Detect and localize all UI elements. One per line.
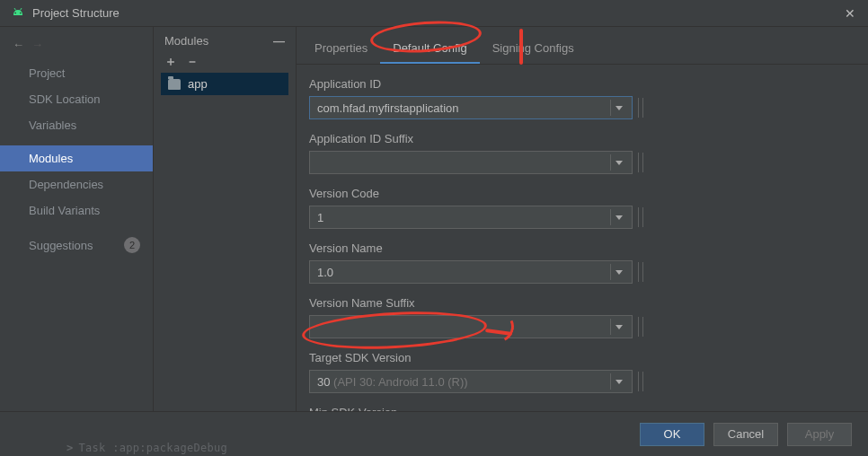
input-value: com.hfad.myfirstapplication xyxy=(317,101,605,115)
input-value: 1 xyxy=(317,211,605,224)
window-title: Project Structure xyxy=(32,6,843,20)
extra-handle[interactable] xyxy=(638,98,643,118)
sidebar-item-project[interactable]: Project xyxy=(0,60,153,86)
content-panel: Properties Default Config Signing Config… xyxy=(297,27,868,411)
remove-module-icon[interactable]: － xyxy=(186,55,199,67)
collapse-icon[interactable]: — xyxy=(273,34,285,48)
extra-handle[interactable] xyxy=(638,317,643,337)
field-label: Version Name Suffix xyxy=(309,296,855,310)
chevron-down-icon[interactable] xyxy=(610,319,626,335)
apply-button[interactable]: Apply xyxy=(787,423,852,446)
title-bar: Project Structure ✕ xyxy=(0,0,868,27)
extra-handle[interactable] xyxy=(638,262,643,282)
module-label: app xyxy=(188,77,208,91)
sidebar-item-dependencies[interactable]: Dependencies xyxy=(0,171,153,197)
input-value: 1.0 xyxy=(317,266,605,279)
field-version-name-suffix: Version Name Suffix xyxy=(309,296,855,338)
nav-arrows: ← → xyxy=(0,34,153,60)
svg-point-1 xyxy=(20,12,22,13)
background-task-output: >Task :app:packageDebug xyxy=(66,442,227,454)
modules-header-label: Modules xyxy=(164,34,208,48)
extra-handle[interactable] xyxy=(638,372,643,391)
tab-signing-configs[interactable]: Signing Configs xyxy=(480,34,587,64)
field-target-sdk: Target SDK Version 30 (API 30: Android 1… xyxy=(309,351,855,393)
folder-icon xyxy=(168,79,181,90)
field-label: Version Name xyxy=(309,241,855,255)
field-min-sdk: Min SDK Version 19 xyxy=(309,406,855,411)
input-value: 30 (API 30: Android 11.0 (R)) xyxy=(317,375,605,389)
application-id-input[interactable]: com.hfad.myfirstapplication xyxy=(309,96,633,119)
chevron-down-icon[interactable] xyxy=(610,154,626,171)
sidebar-item-label: Dependencies xyxy=(29,178,103,191)
sidebar-item-label: Project xyxy=(29,66,65,80)
tab-default-config[interactable]: Default Config xyxy=(380,34,479,64)
field-version-code: Version Code 1 xyxy=(309,187,855,229)
field-label: Target SDK Version xyxy=(309,351,855,364)
add-module-icon[interactable]: ＋ xyxy=(164,55,177,67)
application-id-suffix-input[interactable] xyxy=(309,151,633,174)
suggestions-badge: 2 xyxy=(124,237,140,253)
chevron-down-icon[interactable] xyxy=(610,100,626,116)
tab-label: Properties xyxy=(314,41,368,55)
version-name-suffix-input[interactable] xyxy=(309,315,633,338)
sidebar-item-build-variants[interactable]: Build Variants xyxy=(0,197,153,224)
nav-back-icon[interactable]: ← xyxy=(13,38,24,51)
extra-handle[interactable] xyxy=(638,153,643,172)
field-version-name: Version Name 1.0 xyxy=(309,241,855,284)
sidebar-item-label: SDK Location xyxy=(29,92,101,106)
extra-handle[interactable] xyxy=(638,207,643,227)
field-label: Min SDK Version xyxy=(309,406,855,411)
sidebar-item-label: Variables xyxy=(29,118,76,132)
nav-forward-icon[interactable]: → xyxy=(31,38,43,51)
sidebar-item-variables[interactable]: Variables xyxy=(0,112,153,138)
sidebar-item-modules[interactable]: Modules xyxy=(0,145,153,171)
chevron-down-icon[interactable] xyxy=(610,209,626,225)
close-icon[interactable]: ✕ xyxy=(843,6,857,21)
module-row-app[interactable]: app xyxy=(161,73,288,95)
left-sidebar: ← → Project SDK Location Variables Modul… xyxy=(0,27,153,411)
sidebar-item-label: Suggestions xyxy=(29,239,93,252)
field-label: Application ID xyxy=(309,77,855,91)
svg-point-0 xyxy=(14,12,16,13)
version-name-input[interactable]: 1.0 xyxy=(309,260,633,284)
form-area: Application ID com.hfad.myfirstapplicati… xyxy=(297,65,868,411)
main-area: ← → Project SDK Location Variables Modul… xyxy=(0,27,868,411)
tab-label: Signing Configs xyxy=(492,41,574,55)
version-code-input[interactable]: 1 xyxy=(309,206,633,229)
chevron-down-icon[interactable] xyxy=(610,264,626,280)
chevron-down-icon[interactable] xyxy=(610,373,626,390)
field-label: Application ID Suffix xyxy=(309,132,855,145)
sidebar-item-suggestions[interactable]: Suggestions 2 xyxy=(0,231,153,259)
sidebar-item-label: Build Variants xyxy=(29,204,100,217)
field-application-id: Application ID com.hfad.myfirstapplicati… xyxy=(309,77,855,119)
tab-label: Default Config xyxy=(393,41,466,55)
tab-bar: Properties Default Config Signing Config… xyxy=(297,27,868,65)
svg-line-3 xyxy=(21,8,22,11)
modules-tools: ＋ － xyxy=(161,53,288,73)
modules-panel: Modules — ＋ － app xyxy=(153,27,297,411)
android-icon xyxy=(11,6,25,21)
modules-header: Modules — xyxy=(161,34,288,53)
field-application-id-suffix: Application ID Suffix xyxy=(309,132,855,174)
cancel-button[interactable]: Cancel xyxy=(713,423,778,446)
target-sdk-input[interactable]: 30 (API 30: Android 11.0 (R)) xyxy=(309,370,633,393)
field-label: Version Code xyxy=(309,187,855,200)
svg-line-2 xyxy=(14,8,16,11)
sidebar-item-label: Modules xyxy=(29,152,73,165)
tab-properties[interactable]: Properties xyxy=(302,34,380,64)
sidebar-item-sdk-location[interactable]: SDK Location xyxy=(0,86,153,112)
ok-button[interactable]: OK xyxy=(640,423,704,446)
